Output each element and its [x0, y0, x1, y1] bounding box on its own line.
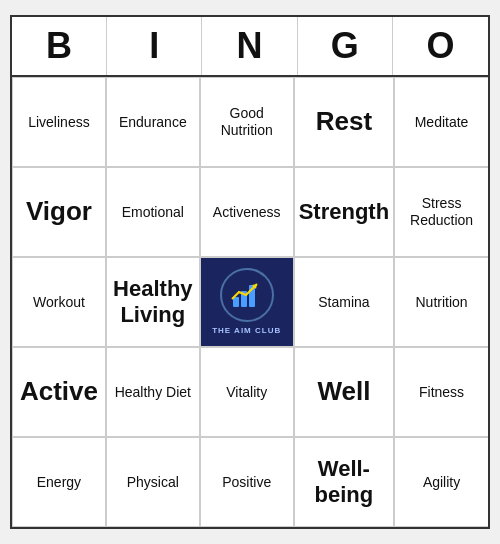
club-name-text: THE AIM CLUB — [212, 326, 281, 336]
bingo-cell-21: Physical — [106, 437, 200, 527]
bingo-cell-2: Good Nutrition — [200, 77, 294, 167]
bingo-cell-10: Workout — [12, 257, 106, 347]
bingo-cell-5: Vigor — [12, 167, 106, 257]
bingo-letter-o: O — [393, 17, 488, 75]
bingo-cell-7: Activeness — [200, 167, 294, 257]
bingo-cell-6: Emotional — [106, 167, 200, 257]
bingo-cell-18: Well — [294, 347, 394, 437]
bingo-cell-13: Stamina — [294, 257, 394, 347]
bingo-cell-20: Energy — [12, 437, 106, 527]
bingo-cell-17: Vitality — [200, 347, 294, 437]
bingo-cell-11: Healthy Living — [106, 257, 200, 347]
bingo-letter-g: G — [298, 17, 393, 75]
bingo-cell-1: Endurance — [106, 77, 200, 167]
bingo-cell-15: Active — [12, 347, 106, 437]
bingo-letter-n: N — [202, 17, 297, 75]
bingo-cell-9: Stress Reduction — [394, 167, 488, 257]
bingo-cell-24: Agility — [394, 437, 488, 527]
bingo-cell-8: Strength — [294, 167, 394, 257]
bingo-header: BINGO — [12, 17, 488, 77]
bingo-card: BINGO LivelinessEnduranceGood NutritionR… — [10, 15, 490, 529]
bingo-grid: LivelinessEnduranceGood NutritionRestMed… — [12, 77, 488, 527]
bingo-cell-3: Rest — [294, 77, 394, 167]
bingo-cell-22: Positive — [200, 437, 294, 527]
bingo-cell-19: Fitness — [394, 347, 488, 437]
bingo-letter-i: I — [107, 17, 202, 75]
bingo-cell-14: Nutrition — [394, 257, 488, 347]
bingo-cell-0: Liveliness — [12, 77, 106, 167]
bingo-letter-b: B — [12, 17, 107, 75]
bingo-cell-23: Well-being — [294, 437, 394, 527]
logo-circle — [220, 268, 274, 322]
aim-club-logo-icon — [229, 277, 265, 313]
bingo-cell-12: THE AIM CLUB — [200, 257, 294, 347]
bingo-cell-4: Meditate — [394, 77, 488, 167]
bingo-cell-16: Healthy Diet — [106, 347, 200, 437]
center-logo: THE AIM CLUB — [212, 268, 281, 336]
